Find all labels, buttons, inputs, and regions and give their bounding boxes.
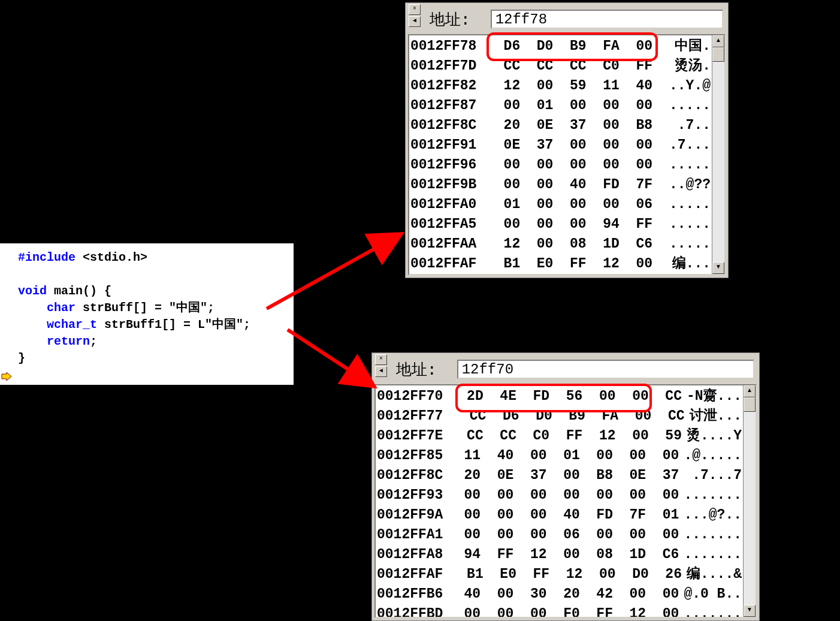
scroll-up-icon[interactable]: ▲ bbox=[744, 385, 756, 397]
bytes-col: 00 00 00 00 00 bbox=[487, 155, 652, 175]
bytes-col: 94 FF 12 00 08 1D C6 bbox=[448, 545, 679, 565]
memory-row: 0012FFAF B1 E0 FF 12 00 D0 26编....& bbox=[377, 565, 742, 584]
ascii-col: ..... bbox=[664, 155, 711, 175]
ascii-col: ....... bbox=[679, 604, 742, 617]
close-icon[interactable]: × bbox=[409, 4, 421, 15]
ascii-col: ....... bbox=[679, 486, 742, 505]
ascii-col: -N齌... bbox=[682, 387, 742, 406]
bytes-col: 01 00 00 00 06 bbox=[487, 195, 652, 215]
memory-row: 0012FFA1 00 00 00 06 00 00 00....... bbox=[377, 525, 742, 545]
memory-row: 0012FFA5 00 00 00 94 FF..... bbox=[410, 215, 711, 234]
bytes-col: 00 00 00 94 FF bbox=[487, 215, 652, 234]
memory-row: 0012FF7D CC CC CC C0 FF烫汤. bbox=[410, 56, 711, 76]
kw-void: void bbox=[18, 284, 47, 298]
memory-row: 0012FFAF B1 E0 FF 12 00编... bbox=[410, 254, 711, 274]
memory-rows[interactable]: 0012FF70 2D 4E FD 56 00 00 CC-N齌...0012F… bbox=[376, 385, 743, 617]
memory-row: 0012FFA0 01 00 00 00 06..... bbox=[410, 195, 711, 215]
memory-row: 0012FF78 D6 D0 B9 FA 00中国. bbox=[410, 37, 711, 56]
ascii-col: ..... bbox=[664, 195, 711, 215]
bytes-col: 00 00 00 40 FD 7F 01 bbox=[448, 505, 679, 525]
memory-row: 0012FF70 2D 4E FD 56 00 00 CC-N齌... bbox=[377, 387, 742, 406]
addr-col: 0012FF8C bbox=[410, 116, 487, 135]
bytes-col: D6 D0 B9 FA 00 bbox=[487, 37, 652, 56]
scroll-thumb[interactable] bbox=[744, 397, 756, 412]
scroll-thumb[interactable] bbox=[712, 47, 724, 62]
memory-window-2: × ◄ 地址: 0012FF70 2D 4E FD 56 00 00 CC-N齌… bbox=[371, 352, 760, 621]
addr-col: 0012FF78 bbox=[410, 37, 487, 56]
window-corner-controls: × ◄ bbox=[372, 353, 390, 385]
addr-col: 0012FFAA bbox=[410, 234, 487, 254]
addr-col: 0012FF77 bbox=[377, 406, 453, 426]
kw-include: #include bbox=[18, 251, 75, 264]
bytes-col: 2D 4E FD 56 00 00 CC bbox=[451, 387, 682, 406]
ascii-col: ...@?.. bbox=[679, 505, 742, 525]
ascii-col: 编....& bbox=[682, 565, 742, 584]
kw-char: char bbox=[47, 301, 75, 315]
bytes-col: 00 00 40 FD 7F bbox=[487, 175, 652, 195]
bytes-col: CC D6 D0 B9 FA 00 CC bbox=[453, 406, 684, 426]
gutter bbox=[0, 243, 13, 385]
ascii-col: 烫汤. bbox=[670, 56, 711, 76]
breakpoint-arrow-icon bbox=[1, 372, 12, 381]
memory-window-1: × ◄ 地址: 0012FF78 D6 D0 B9 FA 00中国.0012FF… bbox=[405, 2, 729, 278]
memory-row: 0012FF87 00 01 00 00 00..... bbox=[410, 96, 711, 116]
code-line: void main() { bbox=[18, 283, 291, 300]
close-icon[interactable]: × bbox=[375, 354, 387, 365]
memory-rows[interactable]: 0012FF78 D6 D0 B9 FA 00中国.0012FF7D CC CC… bbox=[409, 35, 712, 274]
bytes-col: 20 0E 37 00 B8 bbox=[487, 116, 652, 135]
addr-col: 0012FF9A bbox=[377, 505, 448, 525]
memory-row: 0012FF8C 20 0E 37 00 B8 .7.. bbox=[410, 116, 711, 135]
ascii-col: 讨泄... bbox=[685, 406, 742, 426]
addr-col: 0012FF8C bbox=[377, 466, 448, 486]
ascii-col: ....... bbox=[679, 545, 742, 565]
bytes-col: 00 01 00 00 00 bbox=[487, 96, 652, 116]
collapse-icon[interactable]: ◄ bbox=[409, 16, 421, 27]
addr-col: 0012FF93 bbox=[377, 486, 448, 505]
source-code-panel: #include <stdio.h> void main() { char st… bbox=[0, 243, 294, 385]
scroll-down-icon[interactable]: ▼ bbox=[712, 262, 724, 274]
memory-row: 0012FF82 12 00 59 11 40..Y.@ bbox=[410, 76, 711, 96]
address-input[interactable] bbox=[457, 360, 754, 379]
memory-body: 0012FF70 2D 4E FD 56 00 00 CC-N齌...0012F… bbox=[374, 384, 757, 618]
collapse-icon[interactable]: ◄ bbox=[375, 366, 387, 377]
address-label: 地址: bbox=[396, 359, 437, 380]
scroll-track[interactable] bbox=[744, 397, 756, 605]
memory-body: 0012FF78 D6 D0 B9 FA 00中国.0012FF7D CC CC… bbox=[408, 34, 726, 275]
scroll-track[interactable] bbox=[712, 47, 724, 262]
scrollbar[interactable]: ▲ ▼ bbox=[712, 35, 724, 274]
memory-row: 0012FFAA 12 00 08 1D C6..... bbox=[410, 234, 711, 254]
addr-col: 0012FFB6 bbox=[377, 584, 448, 604]
kw-return: return bbox=[47, 334, 90, 348]
code-line bbox=[18, 266, 291, 283]
memory-row: 0012FF7E CC CC C0 FF 12 00 59烫....Y bbox=[377, 426, 742, 446]
memory-row: 0012FF85 11 40 00 01 00 00 00.@..... bbox=[377, 446, 742, 466]
addr-col: 0012FF7D bbox=[410, 56, 487, 76]
memory-row: 0012FF9B 00 00 40 FD 7F..@?? bbox=[410, 175, 711, 195]
ascii-col: .7... bbox=[664, 135, 711, 155]
bytes-col: CC CC CC C0 FF bbox=[487, 56, 652, 76]
ascii-col: ..... bbox=[664, 215, 711, 234]
ascii-col: .@..... bbox=[679, 446, 742, 466]
addr-col: 0012FF82 bbox=[410, 76, 487, 96]
svg-line-2 bbox=[288, 330, 374, 387]
scroll-up-icon[interactable]: ▲ bbox=[712, 35, 724, 47]
bytes-col: 40 00 30 20 42 00 00 bbox=[448, 584, 679, 604]
bytes-col: 00 00 00 06 00 00 00 bbox=[448, 525, 679, 545]
bytes-col: 12 00 59 11 40 bbox=[487, 76, 652, 96]
ascii-col: ..Y.@ bbox=[664, 76, 711, 96]
address-input[interactable] bbox=[491, 10, 723, 29]
bytes-col: 20 0E 37 00 B8 0E 37 bbox=[448, 466, 679, 486]
scroll-down-icon[interactable]: ▼ bbox=[744, 605, 756, 617]
addr-col: 0012FF96 bbox=[410, 155, 487, 175]
bytes-col: 0E 37 00 00 00 bbox=[487, 135, 652, 155]
memory-row: 0012FF96 00 00 00 00 00..... bbox=[410, 155, 711, 175]
memory-row: 0012FFBD 00 00 00 F0 FF 12 00....... bbox=[377, 604, 742, 617]
address-bar: 地址: bbox=[392, 357, 754, 382]
memory-row: 0012FFB6 40 00 30 20 42 00 00@.0 B.. bbox=[377, 584, 742, 604]
addr-col: 0012FF87 bbox=[410, 96, 487, 116]
address-label: 地址: bbox=[430, 9, 470, 30]
ascii-col: .7.. bbox=[664, 116, 711, 135]
memory-row: 0012FFA8 94 FF 12 00 08 1D C6....... bbox=[377, 545, 742, 565]
scrollbar[interactable]: ▲ ▼ bbox=[743, 385, 756, 617]
code-line: return; bbox=[18, 333, 291, 350]
